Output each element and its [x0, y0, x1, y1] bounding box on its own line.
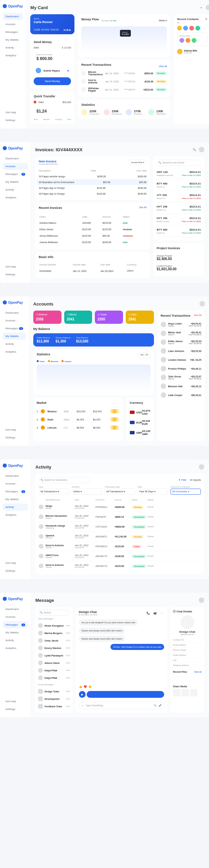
- market-row[interactable]: 1BinanceBNB$10,453$10,453: [37, 407, 120, 415]
- recent-tx-row[interactable]: Bamson Hall+$4,45,12: [161, 382, 202, 391]
- nav-invoices[interactable]: Invoices: [3, 21, 23, 28]
- chat-contact[interactable]: Emery Stanton12:14: [38, 644, 70, 652]
- recent-tx-row[interactable]: Marko JackDeposit+$2,45,41USDT 60,089.80: [161, 329, 202, 338]
- filter-select[interactable]: TypeAll Transactions ▾: [39, 486, 69, 495]
- recent-invoice-row[interactable]: Jenny Williamson$125.00$55.00OVERDUE: [39, 233, 146, 239]
- filter-button[interactable]: ▼ Filter: [178, 479, 187, 481]
- emoji-icon[interactable]: ☺: [81, 704, 84, 707]
- nav-activity[interactable]: Activity: [3, 504, 28, 511]
- market-row[interactable]: 2DashDash$4,453$4,453: [37, 415, 120, 423]
- nav-wallets[interactable]: My Wallets: [3, 36, 23, 43]
- call-icon[interactable]: 📞: [146, 611, 151, 615]
- recent-invoice-row[interactable]: Joanna Bellaman$120.00$240.00PAID: [39, 239, 146, 245]
- payee-select[interactable]: Astrid Hayes ▾: [34, 66, 71, 75]
- nav-messages[interactable]: Messages1: [3, 621, 28, 628]
- chat-contact[interactable]: Adison Davis12:14: [38, 659, 70, 667]
- recent-tx-row[interactable]: Laila Cooper+$6,34,31: [161, 391, 202, 399]
- more-icon[interactable]: ⋯: [159, 611, 164, 615]
- nav-dashboard[interactable]: Dashboard: [3, 13, 23, 20]
- view-all-link[interactable]: View all: [159, 65, 167, 67]
- recent-tx-row[interactable]: London Holmes+$5, 32,25: [161, 355, 202, 364]
- chat-contact[interactable]: Omar Jacob12:14: [38, 637, 70, 644]
- transaction-row[interactable]: Bitcoin TransactionsJan 16, 2020*****452…: [81, 69, 167, 77]
- nav-messages[interactable]: Messages7: [3, 171, 28, 178]
- edit-icon[interactable]: ✎: [205, 18, 208, 21]
- nav-analytics[interactable]: Analytics: [3, 52, 23, 59]
- nav-dashboard[interactable]: Dashboard: [3, 155, 28, 162]
- search-input[interactable]: 🔍 Search for transaction: [39, 477, 90, 483]
- audio-play[interactable]: ▶: [79, 691, 86, 698]
- transaction-row[interactable]: Sent to anitoniaJan 16, 2020*****87212-$…: [81, 77, 167, 85]
- search-chat[interactable]: 🔍 Search: [38, 610, 70, 616]
- nav-help[interactable]: Get Help: [3, 109, 23, 116]
- nav-activity[interactable]: Activity: [3, 44, 23, 51]
- export-button[interactable]: ⬇ Exports: [190, 479, 201, 481]
- recent-tx-row[interactable]: Liam Johnson+$3,25,33: [161, 347, 202, 355]
- project-item[interactable]: Design Project$2,406.00: [157, 253, 201, 263]
- market-row[interactable]: 3LitecoinLTC$8,993$8,993: [37, 423, 120, 432]
- chat-contact[interactable]: Marina Bergson12:14: [38, 629, 70, 637]
- nav-analytics[interactable]: Analytics: [3, 194, 28, 201]
- video-icon[interactable]: 📹: [153, 611, 157, 615]
- activity-row[interactable]: StripeWitdrawJan 29, 2022At 09:20 PMPMX0…: [39, 502, 201, 512]
- nav-messages[interactable]: Messages: [3, 28, 23, 36]
- activity-row[interactable]: Bitcoin transactionDepositJan 25, 2022At…: [39, 512, 201, 522]
- week-select[interactable]: Week ▾: [159, 19, 167, 22]
- activity-row[interactable]: UpworkBusinessJan 23, 2022At 01:00 PMAMX…: [39, 532, 201, 541]
- chat-contact[interactable]: Hiram Kisngaard12:14: [38, 622, 70, 629]
- chat-group[interactable]: Design Team12:14: [38, 688, 70, 695]
- nav-activity[interactable]: Activity: [3, 186, 28, 193]
- recent-tx-row[interactable]: Preston Phillips+$4,46,11: [161, 364, 202, 373]
- recent-invoice-row[interactable]: Ethan James$125.00$125.00PENDING: [39, 226, 146, 232]
- invoice-line[interactable]: 30 Pages App UI Design$120.00$240.00: [39, 191, 146, 197]
- invoice-side-item[interactable]: HYT 256$3214.21Rafael CoPaid on Mar 21,2…: [157, 202, 201, 214]
- filter-select[interactable]: ArchivesActive ▾: [72, 486, 102, 495]
- nav-wallets[interactable]: My Wallets: [3, 333, 26, 340]
- invoice-side-item[interactable]: HYT 256$3214.21Batista GroupPaid on Mar …: [157, 214, 201, 225]
- amount-input[interactable]: Enter the Amount $ 800.00: [34, 51, 71, 64]
- invoice-side-item[interactable]: BTY 480$3214.21Hazel CoPaid on Mar 21,20…: [157, 225, 201, 237]
- crypto-card[interactable]: ⬡ Dash2541: [126, 311, 154, 324]
- user-avatar[interactable]: [206, 5, 209, 10]
- nav-settings[interactable]: Settings: [3, 117, 23, 124]
- recent-tx-row[interactable]: Hugo LesterDeposit+$4,54,41USDT 89,420.8…: [161, 320, 202, 329]
- nav-invoices[interactable]: Invoices: [3, 163, 28, 170]
- activity-row[interactable]: Send to AntonioTransferJan 29, 2022At 04…: [39, 541, 201, 551]
- crypto-card[interactable]: ⬡ Zcash2355: [95, 311, 123, 324]
- transaction-row[interactable]: Withdraw PaypalJan 16, 2020*****36275+$2…: [81, 85, 167, 94]
- attach-icon[interactable]: 📎: [154, 704, 157, 707]
- activity-row[interactable]: Send to AntonioTransferJan 29, 2022At 04…: [39, 561, 201, 571]
- activity-row[interactable]: Facebook chargeAdvertisingJan 25, 2022At…: [39, 522, 201, 532]
- search-invoice[interactable]: 🔍 Search for an invoice: [157, 160, 201, 166]
- qt-amount[interactable]: $1,24: [34, 105, 71, 116]
- chat-contact[interactable]: Lydia Passaquin12:14: [38, 652, 70, 659]
- notification-icon[interactable]: ●: [199, 5, 204, 10]
- chat-input[interactable]: ☺ Type Something... 📎 🎤: [79, 702, 164, 709]
- mic-icon[interactable]: 🎤: [159, 704, 162, 707]
- activity-row[interactable]: UIHUT.ComPaymentJan 29, 2022At 03:30 PMA…: [39, 551, 201, 561]
- nav-wallets[interactable]: My Wallets: [3, 178, 28, 185]
- invoice-line[interactable]: 20 Illustration set for Environment$25.0…: [37, 179, 149, 185]
- invoice-rule-select[interactable]: Invoice Rule ▾: [129, 160, 146, 165]
- recent-tx-row[interactable]: Killan JamesDeposit+$2,25,33USDT 39,089.…: [161, 338, 202, 347]
- invoice-side-item[interactable]: BTY 480$3214.21Hazel CoPaid on Mar 21,20…: [157, 179, 201, 191]
- chat-contact[interactable]: Kalya Pitak12:14: [38, 667, 70, 674]
- chat-group[interactable]: Feedback Team12:14: [38, 703, 70, 710]
- crypto-card[interactable]: ⬡ Bitcoin2541: [64, 311, 92, 324]
- invoice-line[interactable]: 30 Pages App UI Design$120.00$240.00: [39, 185, 146, 191]
- filter-select[interactable]: Amount & CurrenciesAll Currencies ▾: [171, 486, 201, 495]
- invoice-side-item[interactable]: JTY 256$3214.21Hazel CoPaid on Mar 21,20…: [157, 191, 201, 202]
- filter-select[interactable]: DatePast 30 Days ▾: [138, 486, 168, 495]
- invoice-line[interactable]: 26 Pages website design$200.00$200.00: [39, 174, 146, 179]
- invoice-side-item[interactable]: GNT 120$3214.21Intelligent networkPaid o…: [157, 168, 201, 179]
- logo[interactable]: OpenPay: [3, 4, 23, 8]
- filter-select[interactable]: Transaction typeAll Transactions ▾: [105, 486, 135, 495]
- send-money-button[interactable]: Send Money: [34, 77, 71, 85]
- date-filter[interactable]: Jan - Jul: [138, 353, 151, 359]
- chat-group[interactable]: Development12:14: [38, 695, 70, 703]
- project-item[interactable]: Coded Project$1,601,00.00: [157, 263, 201, 273]
- chat-contact[interactable]: Kalya Pitak12:14: [38, 674, 70, 682]
- recent-invoice-row[interactable]: Adriana Watson2023/06$233.00PAID: [39, 220, 146, 226]
- crypto-card[interactable]: ⬡ Binance2355: [33, 311, 62, 324]
- recent-tx-row[interactable]: Tyler GrossDeposit+$3,22,67USDT 60,089.8…: [161, 373, 202, 382]
